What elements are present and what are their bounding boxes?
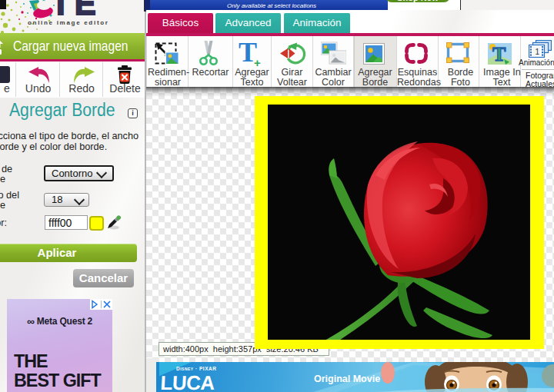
svg-text:+: + (254, 56, 261, 68)
svg-text:DISNEY · PIXAR: DISNEY · PIXAR (176, 366, 216, 371)
svg-text:1: 1 (536, 48, 540, 56)
svg-text:T: T (492, 43, 506, 65)
svg-text:LUCA: LUCA (160, 371, 215, 392)
svg-text:Original Movie: Original Movie (314, 374, 380, 384)
